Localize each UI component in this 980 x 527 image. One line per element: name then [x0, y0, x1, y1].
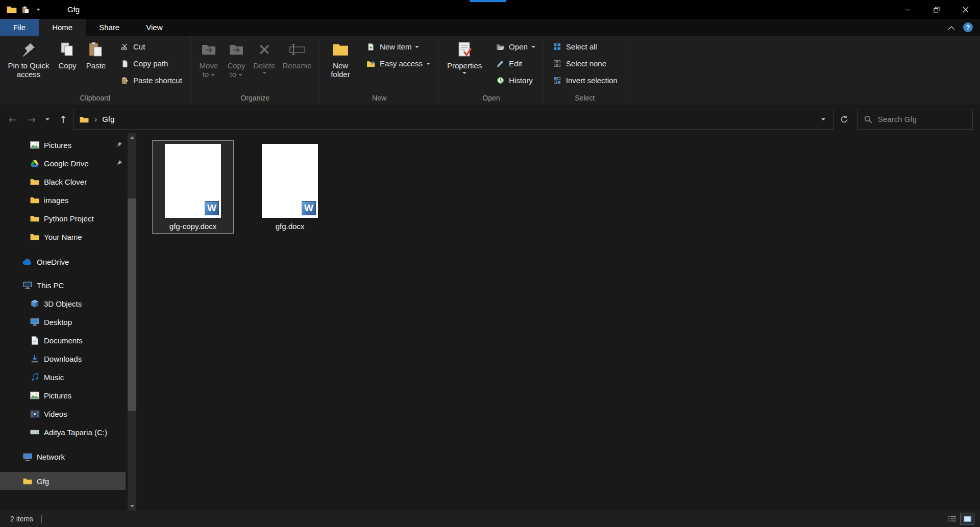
- sidebar-item-onedrive[interactable]: OneDrive: [0, 253, 126, 271]
- pictures-icon: [30, 391, 40, 399]
- this-pc-icon: [22, 281, 33, 289]
- label: images: [44, 196, 68, 205]
- refresh-button[interactable]: [836, 111, 853, 128]
- open-button[interactable]: Open: [491, 38, 540, 55]
- help-icon[interactable]: ?: [963, 22, 973, 32]
- select-group-label: Select: [544, 94, 626, 102]
- search-input[interactable]: [878, 115, 979, 123]
- easy-access-button[interactable]: Easy access: [362, 55, 434, 72]
- details-view-button[interactable]: [945, 513, 959, 524]
- edit-icon: [495, 60, 505, 67]
- sidebar-item-google-drive[interactable]: Google Drive: [0, 154, 126, 172]
- sidebar-item-black-clover[interactable]: Black Clover: [0, 172, 126, 191]
- sidebar-item-this-pc[interactable]: This PC: [0, 276, 126, 294]
- collapse-ribbon-icon[interactable]: [948, 23, 955, 32]
- sidebar-item-network[interactable]: Network: [0, 447, 126, 466]
- minimize-button[interactable]: [893, 0, 922, 19]
- downloads-icon: [30, 355, 40, 363]
- tab-file[interactable]: File: [0, 19, 39, 36]
- file-list: W gfg-copy.docx W gfg.docx: [139, 133, 980, 511]
- label: Invert selection: [566, 76, 618, 85]
- address-bar[interactable]: › Gfg: [74, 109, 834, 130]
- copy-icon: [58, 39, 77, 60]
- scrollbar-thumb[interactable]: [128, 198, 136, 411]
- file-item[interactable]: W gfg.docx: [249, 140, 331, 234]
- breadcrumb-path[interactable]: Gfg: [102, 115, 114, 123]
- move-to-button[interactable]: Move to: [195, 37, 223, 81]
- sidebar-item-videos[interactable]: Videos: [0, 405, 126, 423]
- select-all-button[interactable]: Select all: [548, 38, 622, 55]
- paste-button[interactable]: Paste: [82, 37, 110, 72]
- address-folder-icon: [79, 116, 89, 123]
- sidebar-item-pictures-quick[interactable]: Pictures: [0, 136, 126, 154]
- sidebar-item-python-project[interactable]: Python Project: [0, 209, 126, 228]
- scrollbar-down-icon[interactable]: [128, 502, 136, 511]
- properties-button[interactable]: Properties: [443, 37, 486, 76]
- select-none-icon: [552, 60, 562, 67]
- caption-buttons: [893, 0, 980, 19]
- search-box[interactable]: [857, 109, 973, 130]
- history-icon: [495, 77, 505, 84]
- tab-view[interactable]: View: [133, 19, 176, 36]
- select-none-button[interactable]: Select none: [548, 55, 622, 72]
- sidebar-scrollbar[interactable]: [128, 133, 136, 511]
- sidebar-item-images[interactable]: images: [0, 191, 126, 209]
- label: View: [146, 23, 162, 32]
- address-dropdown-icon[interactable]: [818, 115, 828, 124]
- sidebar-item-c-drive[interactable]: Aditya Taparia (C:): [0, 423, 126, 441]
- new-item-button[interactable]: New item: [362, 38, 434, 55]
- cut-button[interactable]: Cut: [115, 38, 186, 55]
- restore-button[interactable]: [922, 0, 951, 19]
- file-item[interactable]: W gfg-copy.docx: [152, 140, 234, 234]
- label: Home: [52, 23, 72, 32]
- invert-selection-button[interactable]: Invert selection: [548, 72, 622, 89]
- tab-home[interactable]: Home: [39, 19, 86, 36]
- new-folder-button[interactable]: New folder: [324, 37, 357, 81]
- label: Python Project: [44, 214, 94, 223]
- status-bar: 2 items: [0, 511, 980, 527]
- label: This PC: [37, 281, 64, 290]
- label: Pin to Quick access: [5, 61, 52, 79]
- sidebar-item-music[interactable]: Music: [0, 368, 126, 386]
- tab-share[interactable]: Share: [86, 19, 133, 36]
- sidebar-item-downloads[interactable]: Downloads: [0, 349, 126, 368]
- label: Documents: [44, 336, 83, 345]
- forward-button[interactable]: →: [23, 111, 40, 128]
- explorer-app-icon[interactable]: [5, 6, 18, 14]
- sidebar-item-desktop[interactable]: Desktop: [0, 313, 126, 331]
- copy-button[interactable]: Copy: [53, 37, 82, 72]
- up-button[interactable]: ↑: [55, 111, 72, 128]
- label: Downloads: [44, 355, 82, 363]
- copy-path-button[interactable]: Copy path: [115, 55, 186, 72]
- organize-group-label: Organize: [191, 94, 320, 102]
- rename-button[interactable]: Rename: [279, 37, 315, 72]
- statusbar-separator: [41, 515, 42, 523]
- pin-to-quick-access-button[interactable]: Pin to Quick access: [4, 37, 53, 81]
- address-bar-row: ← → ↑ › Gfg: [0, 105, 980, 133]
- dropdown-caret-icon: [262, 72, 266, 74]
- sidebar-item-your-name[interactable]: Your Name: [0, 228, 126, 246]
- paste-shortcut-button[interactable]: Paste shortcut: [115, 72, 186, 89]
- qat-dropdown-icon[interactable]: [33, 9, 44, 11]
- edit-button[interactable]: Edit: [491, 55, 540, 72]
- label: New folder: [325, 61, 356, 79]
- recent-locations-dropdown-icon[interactable]: [42, 111, 53, 128]
- copy-to-button[interactable]: Copy to: [223, 37, 250, 81]
- videos-icon: [30, 410, 40, 418]
- scrollbar-up-icon[interactable]: [128, 133, 136, 142]
- sidebar-item-pictures[interactable]: Pictures: [0, 386, 126, 405]
- properties-icon: [455, 39, 474, 60]
- clipboard-group-label: Clipboard: [0, 94, 190, 102]
- close-button[interactable]: [951, 0, 980, 19]
- sidebar-item-documents[interactable]: Documents: [0, 331, 126, 349]
- quick-access-toolbar-paste-icon[interactable]: [18, 6, 33, 14]
- sidebar-item-gfg[interactable]: Gfg: [0, 472, 126, 490]
- sidebar-item-3d-objects[interactable]: 3D Objects: [0, 294, 126, 313]
- label: Move to: [200, 61, 218, 79]
- back-button[interactable]: ←: [4, 111, 21, 128]
- paste-shortcut-icon: [119, 77, 130, 85]
- file-explorer-window: Gfg File Home Share View ? Pin to Quick …: [0, 0, 980, 527]
- large-icons-view-button[interactable]: [961, 513, 974, 524]
- history-button[interactable]: History: [491, 72, 540, 89]
- delete-button[interactable]: Delete: [250, 37, 279, 76]
